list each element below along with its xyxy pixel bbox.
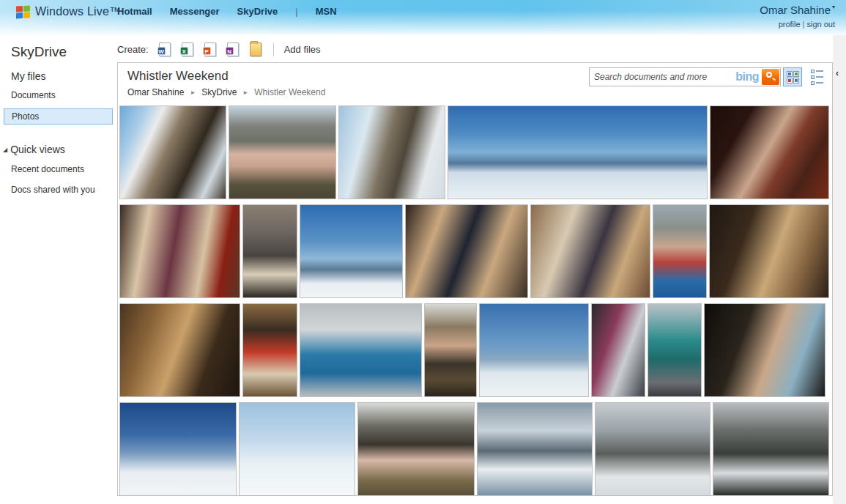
skydrive-page: Windows Live™ HotmailMessengerSkyDrive|M… [0,0,846,504]
photo-snow-slope-haze[interactable] [239,402,355,496]
user-area: Omar Shahine▾ profile|sign out [760,4,835,29]
toolbar-divider [273,43,274,56]
photo-blue-vista[interactable] [300,204,403,298]
breadcrumb-item: Whistler Weekend [254,87,325,97]
user-menu[interactable]: Omar Shahine▾ [760,4,835,17]
search-button[interactable] [762,69,779,85]
photo-misty-treed-peak[interactable] [595,402,710,496]
top-header: Windows Live™ HotmailMessengerSkyDrive|M… [0,0,846,35]
powerpoint-presentation-icon-badge: P [203,47,211,55]
onenote-notebook-icon-badge: N [226,47,234,55]
sidebar-item-docs-shared[interactable]: Docs shared with you [0,183,117,196]
expander-triangle-icon: ◢ [3,147,7,153]
word-document-icon[interactable]: W [159,42,171,56]
profile-link[interactable]: profile [779,20,801,29]
search-input[interactable] [590,69,735,85]
brand-label: Windows Live™ [35,5,121,18]
panel-header: Whistler Weekend Omar Shahine►SkyDrive►W… [118,63,832,105]
photo-rocky-peak-snow[interactable] [119,105,226,199]
excel-workbook-icon-badge: X [180,47,188,55]
photo-blue-jacket-windy[interactable] [300,303,422,397]
folder-icon[interactable] [250,42,261,56]
photo-cliff-mist[interactable] [338,105,445,199]
breadcrumb: Omar Shahine►SkyDrive►Whistler Weekend [127,87,325,97]
photo-asleep-in-car[interactable] [704,303,825,397]
list-view-button[interactable] [807,67,826,86]
sidebar-item-photos[interactable]: Photos [4,108,113,125]
search-box: bing [589,67,781,86]
nav-separator: | [295,6,297,17]
photo-cooking-red-jacket[interactable] [242,303,297,397]
powerpoint-presentation-icon[interactable]: P [204,42,216,56]
sidebar-item-recent-documents[interactable]: Recent documents [0,163,117,176]
photo-teal-jacket-road[interactable] [648,303,702,397]
photo-long-hair-soda-can[interactable] [405,204,528,298]
top-nav: HotmailMessengerSkyDrive|MSN [117,6,337,17]
nav-item-hotmail[interactable]: Hotmail [117,6,152,17]
create-label: Create: [117,44,149,55]
breadcrumb-item[interactable]: SkyDrive [201,87,237,97]
content-panel: Whistler Weekend Omar Shahine►SkyDrive►W… [117,62,833,496]
photo-red-scarf-smile[interactable] [653,204,707,298]
breadcrumb-arrow-icon: ► [190,89,196,96]
photo-row [119,204,832,298]
sidebar-title: SkyDrive [11,44,117,60]
windows-live-flag-icon [16,5,30,18]
sidebar-item-documents[interactable]: Documents [0,88,117,103]
view-toggles [783,67,826,86]
photo-couch-maroon-sweater[interactable] [119,204,240,298]
create-icons: WXPN [159,42,261,56]
sidebar-item-my-files[interactable]: My files [11,70,117,82]
thumbnail-view-icon [787,71,799,84]
nav-item-msn[interactable]: MSN [316,6,337,17]
photo-gondola-cable-view[interactable] [713,402,829,496]
photo-cloudy-snow-bowl[interactable] [477,402,593,496]
add-files-button[interactable]: Add files [284,44,321,55]
sidebar-section-quick-views[interactable]: ◢ Quick views [3,144,117,155]
list-view-icon [811,70,823,85]
photo-vista-from-summit[interactable] [479,303,589,397]
user-links-separator: | [803,20,805,29]
sidebar: SkyDrive My files Documents Photos ◢ Qui… [0,35,117,504]
photo-portrait-maroon-shirt[interactable] [710,105,829,199]
photo-warm-room-portrait[interactable] [119,303,240,397]
user-menu-caret-icon: ▾ [832,4,835,10]
word-document-icon-badge: W [157,47,166,55]
onenote-notebook-icon[interactable]: N [227,42,239,56]
breadcrumb-item[interactable]: Omar Shahine [127,87,184,97]
photo-row [119,105,832,199]
photo-girl-reading[interactable] [242,204,297,298]
photo-grid [119,105,832,501]
breadcrumb-arrow-icon: ► [242,89,248,96]
photo-holding-dvd-case[interactable] [530,204,650,298]
photo-mountain-panorama[interactable] [448,105,708,199]
photo-row [119,303,832,397]
photo-helmet-selfie-girl[interactable] [229,105,336,199]
windows-live-brand[interactable]: Windows Live™ [16,5,121,18]
magnifier-icon [766,72,772,78]
nav-item-skydrive[interactable]: SkyDrive [237,6,278,17]
sign-out-link[interactable]: sign out [806,20,835,29]
right-gutter: ‹ [833,35,846,504]
photo-getting-out-of-car[interactable] [591,303,645,397]
quick-views-label: Quick views [10,144,65,155]
photo-row [119,402,832,496]
photo-sunglasses-helmet-selfie[interactable] [357,402,475,496]
user-links: profile|sign out [760,20,835,29]
photo-fur-hat-guy[interactable] [424,303,477,397]
bing-logo: bing [735,70,759,84]
excel-workbook-icon[interactable]: X [182,42,193,56]
page-title: Whistler Weekend [127,69,229,84]
nav-item-messenger[interactable]: Messenger [170,6,220,17]
photo-blue-ridge-panorama[interactable] [119,402,237,496]
create-toolbar: Create: WXPN Add files [117,42,321,56]
photo-chin-on-hand[interactable] [709,204,829,298]
thumbnail-view-button[interactable] [783,67,802,86]
user-name: Omar Shahine [760,4,831,16]
collapse-pane-chevron-icon[interactable]: ‹ [836,70,839,77]
